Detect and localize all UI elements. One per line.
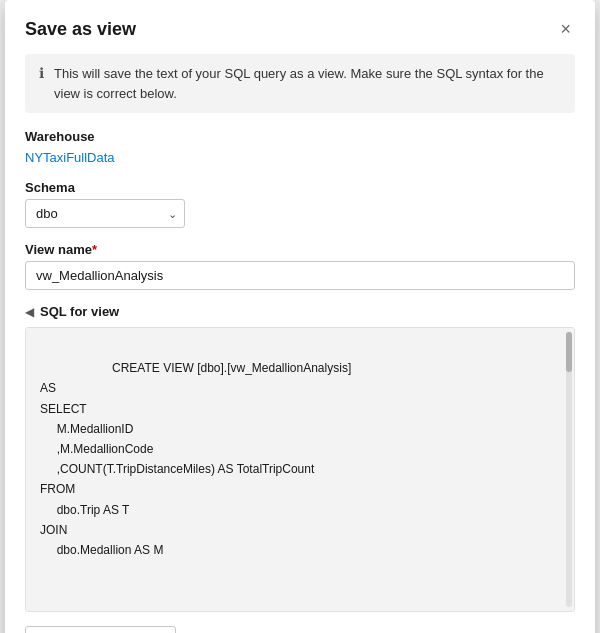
collapse-icon: ◀	[25, 305, 34, 319]
save-as-view-dialog: Save as view × ℹ This will save the text…	[5, 0, 595, 633]
dialog-overlay: Save as view × ℹ This will save the text…	[0, 0, 600, 633]
dialog-body: ℹ This will save the text of your SQL qu…	[5, 54, 595, 633]
warehouse-link[interactable]: NYTaxiFullData	[25, 150, 115, 165]
info-box: ℹ This will save the text of your SQL qu…	[25, 54, 575, 113]
required-indicator: *	[92, 242, 97, 257]
warehouse-label: Warehouse	[25, 129, 575, 144]
info-text: This will save the text of your SQL quer…	[54, 64, 561, 103]
sql-code-box: CREATE VIEW [dbo].[vw_MedallionAnalysis]…	[25, 327, 575, 612]
schema-select-wrapper: dbo ⌄	[25, 199, 185, 228]
viewname-section: View name*	[25, 242, 575, 290]
sql-code-text: CREATE VIEW [dbo].[vw_MedallionAnalysis]…	[40, 361, 351, 557]
schema-select[interactable]: dbo	[25, 199, 185, 228]
dialog-title: Save as view	[25, 19, 136, 40]
schema-label: Schema	[25, 180, 575, 195]
scrollbar-track[interactable]	[566, 332, 572, 607]
viewname-input[interactable]	[25, 261, 575, 290]
warehouse-section: Warehouse NYTaxiFullData	[25, 129, 575, 166]
close-button[interactable]: ×	[556, 16, 575, 42]
dialog-header: Save as view ×	[5, 0, 595, 54]
scrollbar-thumb	[566, 332, 572, 372]
sql-section: ◀ SQL for view CREATE VIEW [dbo].[vw_Med…	[25, 304, 575, 612]
schema-section: Schema dbo ⌄	[25, 180, 575, 228]
sql-header[interactable]: ◀ SQL for view	[25, 304, 575, 319]
sql-label: SQL for view	[40, 304, 119, 319]
viewname-label: View name*	[25, 242, 575, 257]
info-icon: ℹ	[39, 65, 44, 81]
copy-to-clipboard-button[interactable]: ⧉ Copy to Clipboard	[25, 626, 176, 633]
